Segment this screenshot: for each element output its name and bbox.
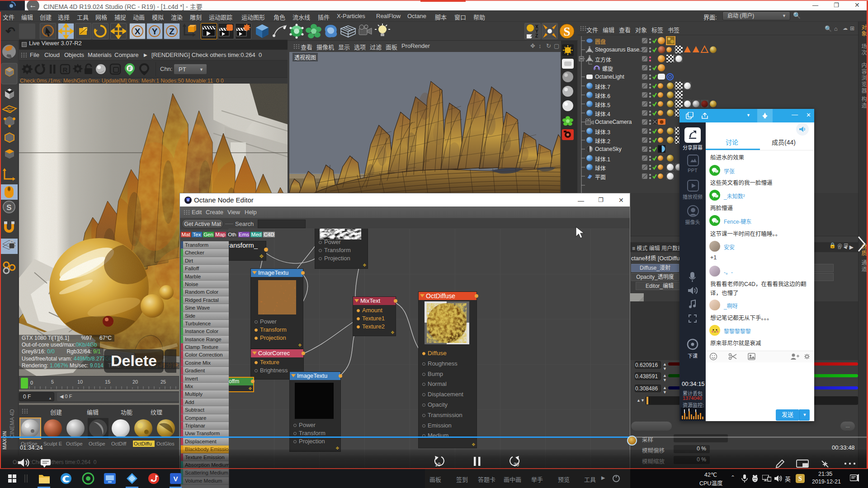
svg-text:20: 20: [132, 379, 138, 385]
svg-text:OctDiffu: OctDiffu: [134, 441, 152, 446]
svg-text:Y: Y: [152, 27, 158, 36]
svg-text:Z: Z: [535, 33, 538, 38]
svg-text:S: S: [563, 25, 570, 38]
svg-text:30: 30: [514, 462, 519, 467]
svg-text:OctSpe: OctSpe: [66, 441, 83, 446]
svg-text:10: 10: [77, 379, 83, 385]
svg-text:OctSpe: OctSpe: [89, 441, 105, 446]
svg-text:MAXON: MAXON: [2, 431, 7, 450]
svg-text:15: 15: [105, 379, 110, 385]
svg-text:S: S: [798, 475, 802, 482]
svg-text:Sculpt E: Sculpt E: [43, 441, 62, 446]
svg-text:F: F: [128, 66, 132, 71]
svg-text:5: 5: [51, 379, 54, 385]
svg-text:OctDiff: OctDiff: [111, 441, 127, 446]
svg-text:V: V: [173, 475, 178, 483]
svg-text:10: 10: [435, 462, 440, 467]
svg-text:X: X: [135, 27, 141, 36]
svg-text:25: 25: [160, 379, 166, 385]
svg-text:R: R: [63, 66, 68, 74]
svg-text:CINEMA 4D: CINEMA 4D: [9, 409, 15, 438]
svg-text:Z: Z: [169, 27, 175, 36]
svg-text:S: S: [6, 203, 11, 212]
svg-text:OctGlos: OctGlos: [156, 441, 175, 446]
